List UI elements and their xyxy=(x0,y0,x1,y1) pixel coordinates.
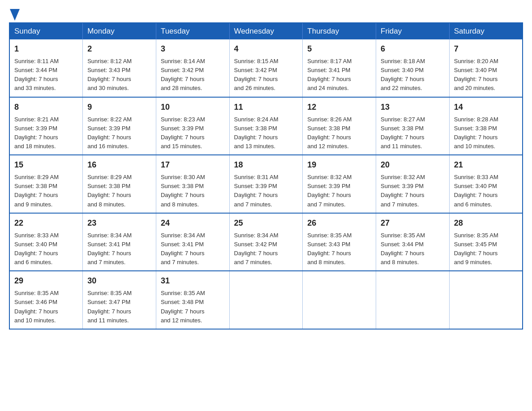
calendar-cell: 18Sunrise: 8:31 AM Sunset: 3:39 PM Dayli… xyxy=(229,155,303,213)
day-info: Sunrise: 8:22 AM Sunset: 3:39 PM Dayligh… xyxy=(87,115,151,151)
day-number: 3 xyxy=(161,43,225,55)
calendar-cell xyxy=(229,271,303,329)
day-number: 11 xyxy=(234,101,298,113)
day-info: Sunrise: 8:29 AM Sunset: 3:38 PM Dayligh… xyxy=(14,173,78,209)
calendar-week-row: 15Sunrise: 8:29 AM Sunset: 3:38 PM Dayli… xyxy=(9,155,523,213)
weekday-header-monday: Monday xyxy=(83,23,156,39)
calendar-cell: 23Sunrise: 8:34 AM Sunset: 3:41 PM Dayli… xyxy=(83,213,156,271)
calendar-cell: 12Sunrise: 8:26 AM Sunset: 3:38 PM Dayli… xyxy=(303,97,376,155)
day-number: 7 xyxy=(454,43,518,55)
day-number: 22 xyxy=(14,217,78,229)
calendar-cell: 17Sunrise: 8:30 AM Sunset: 3:38 PM Dayli… xyxy=(156,155,229,213)
weekday-header-sunday: Sunday xyxy=(9,23,83,39)
day-info: Sunrise: 8:35 AM Sunset: 3:43 PM Dayligh… xyxy=(307,231,371,267)
calendar-cell: 27Sunrise: 8:35 AM Sunset: 3:44 PM Dayli… xyxy=(376,213,450,271)
calendar-cell: 9Sunrise: 8:22 AM Sunset: 3:39 PM Daylig… xyxy=(83,97,156,155)
day-info: Sunrise: 8:35 AM Sunset: 3:46 PM Dayligh… xyxy=(14,289,78,325)
calendar-cell: 26Sunrise: 8:35 AM Sunset: 3:43 PM Dayli… xyxy=(303,213,376,271)
day-number: 6 xyxy=(381,43,445,55)
day-info: Sunrise: 8:23 AM Sunset: 3:39 PM Dayligh… xyxy=(161,115,225,151)
day-info: Sunrise: 8:34 AM Sunset: 3:41 PM Dayligh… xyxy=(161,231,225,267)
day-number: 10 xyxy=(161,101,225,113)
calendar-cell xyxy=(376,271,450,329)
calendar-cell: 19Sunrise: 8:32 AM Sunset: 3:39 PM Dayli… xyxy=(303,155,376,213)
day-number: 9 xyxy=(87,101,151,113)
weekday-header-tuesday: Tuesday xyxy=(156,23,229,39)
calendar-cell xyxy=(449,271,523,329)
day-info: Sunrise: 8:35 AM Sunset: 3:48 PM Dayligh… xyxy=(161,289,225,325)
day-number: 21 xyxy=(454,159,518,171)
calendar-cell: 1Sunrise: 8:11 AM Sunset: 3:44 PM Daylig… xyxy=(9,39,83,97)
calendar-cell xyxy=(303,271,376,329)
calendar-cell: 11Sunrise: 8:24 AM Sunset: 3:38 PM Dayli… xyxy=(229,97,303,155)
day-number: 12 xyxy=(307,101,371,113)
calendar-cell: 8Sunrise: 8:21 AM Sunset: 3:39 PM Daylig… xyxy=(9,97,83,155)
calendar-cell: 16Sunrise: 8:29 AM Sunset: 3:38 PM Dayli… xyxy=(83,155,156,213)
day-info: Sunrise: 8:27 AM Sunset: 3:38 PM Dayligh… xyxy=(381,115,445,151)
day-number: 28 xyxy=(454,217,518,229)
day-info: Sunrise: 8:12 AM Sunset: 3:43 PM Dayligh… xyxy=(87,57,151,93)
day-info: Sunrise: 8:15 AM Sunset: 3:42 PM Dayligh… xyxy=(234,57,298,93)
day-info: Sunrise: 8:26 AM Sunset: 3:38 PM Dayligh… xyxy=(307,115,371,151)
calendar-cell: 15Sunrise: 8:29 AM Sunset: 3:38 PM Dayli… xyxy=(9,155,83,213)
calendar-cell: 6Sunrise: 8:18 AM Sunset: 3:40 PM Daylig… xyxy=(376,39,450,97)
day-number: 14 xyxy=(454,101,518,113)
day-number: 26 xyxy=(307,217,371,229)
calendar-cell: 22Sunrise: 8:33 AM Sunset: 3:40 PM Dayli… xyxy=(9,213,83,271)
calendar-cell: 2Sunrise: 8:12 AM Sunset: 3:43 PM Daylig… xyxy=(83,39,156,97)
logo-arrow-icon xyxy=(10,9,20,21)
calendar-cell: 21Sunrise: 8:33 AM Sunset: 3:40 PM Dayli… xyxy=(449,155,523,213)
day-number: 23 xyxy=(87,217,151,229)
day-info: Sunrise: 8:31 AM Sunset: 3:39 PM Dayligh… xyxy=(234,173,298,209)
day-info: Sunrise: 8:30 AM Sunset: 3:38 PM Dayligh… xyxy=(161,173,225,209)
day-number: 4 xyxy=(234,43,298,55)
calendar-cell: 14Sunrise: 8:28 AM Sunset: 3:38 PM Dayli… xyxy=(449,97,523,155)
day-info: Sunrise: 8:18 AM Sunset: 3:40 PM Dayligh… xyxy=(381,57,445,93)
calendar-cell: 13Sunrise: 8:27 AM Sunset: 3:38 PM Dayli… xyxy=(376,97,450,155)
day-number: 17 xyxy=(161,159,225,171)
day-number: 16 xyxy=(87,159,151,171)
day-info: Sunrise: 8:33 AM Sunset: 3:40 PM Dayligh… xyxy=(454,173,518,209)
page-header xyxy=(9,9,523,18)
day-number: 15 xyxy=(14,159,78,171)
day-info: Sunrise: 8:32 AM Sunset: 3:39 PM Dayligh… xyxy=(381,173,445,209)
logo xyxy=(9,9,20,18)
day-number: 18 xyxy=(234,159,298,171)
calendar-cell: 29Sunrise: 8:35 AM Sunset: 3:46 PM Dayli… xyxy=(9,271,83,329)
calendar-cell: 30Sunrise: 8:35 AM Sunset: 3:47 PM Dayli… xyxy=(83,271,156,329)
day-info: Sunrise: 8:21 AM Sunset: 3:39 PM Dayligh… xyxy=(14,115,78,151)
day-number: 8 xyxy=(14,101,78,113)
calendar-cell: 31Sunrise: 8:35 AM Sunset: 3:48 PM Dayli… xyxy=(156,271,229,329)
day-number: 25 xyxy=(234,217,298,229)
day-number: 19 xyxy=(307,159,371,171)
day-info: Sunrise: 8:11 AM Sunset: 3:44 PM Dayligh… xyxy=(14,57,78,93)
calendar-table: SundayMondayTuesdayWednesdayThursdayFrid… xyxy=(9,22,523,330)
day-info: Sunrise: 8:32 AM Sunset: 3:39 PM Dayligh… xyxy=(307,173,371,209)
calendar-cell: 10Sunrise: 8:23 AM Sunset: 3:39 PM Dayli… xyxy=(156,97,229,155)
calendar-cell: 3Sunrise: 8:14 AM Sunset: 3:42 PM Daylig… xyxy=(156,39,229,97)
day-info: Sunrise: 8:35 AM Sunset: 3:44 PM Dayligh… xyxy=(381,231,445,267)
weekday-header-friday: Friday xyxy=(376,23,450,39)
day-info: Sunrise: 8:35 AM Sunset: 3:47 PM Dayligh… xyxy=(87,289,151,325)
day-number: 1 xyxy=(14,43,78,55)
day-info: Sunrise: 8:28 AM Sunset: 3:38 PM Dayligh… xyxy=(454,115,518,151)
day-info: Sunrise: 8:24 AM Sunset: 3:38 PM Dayligh… xyxy=(234,115,298,151)
calendar-cell: 7Sunrise: 8:20 AM Sunset: 3:40 PM Daylig… xyxy=(449,39,523,97)
day-info: Sunrise: 8:17 AM Sunset: 3:41 PM Dayligh… xyxy=(307,57,371,93)
calendar-cell: 20Sunrise: 8:32 AM Sunset: 3:39 PM Dayli… xyxy=(376,155,450,213)
day-number: 24 xyxy=(161,217,225,229)
weekday-header-wednesday: Wednesday xyxy=(229,23,303,39)
weekday-header-thursday: Thursday xyxy=(303,23,376,39)
calendar-week-row: 8Sunrise: 8:21 AM Sunset: 3:39 PM Daylig… xyxy=(9,97,523,155)
weekday-header-row: SundayMondayTuesdayWednesdayThursdayFrid… xyxy=(9,23,523,39)
weekday-header-saturday: Saturday xyxy=(449,23,523,39)
day-number: 31 xyxy=(161,275,225,287)
day-number: 29 xyxy=(14,275,78,287)
svg-marker-0 xyxy=(10,9,20,21)
day-info: Sunrise: 8:29 AM Sunset: 3:38 PM Dayligh… xyxy=(87,173,151,209)
day-info: Sunrise: 8:20 AM Sunset: 3:40 PM Dayligh… xyxy=(454,57,518,93)
calendar-cell: 4Sunrise: 8:15 AM Sunset: 3:42 PM Daylig… xyxy=(229,39,303,97)
calendar-cell: 5Sunrise: 8:17 AM Sunset: 3:41 PM Daylig… xyxy=(303,39,376,97)
calendar-week-row: 1Sunrise: 8:11 AM Sunset: 3:44 PM Daylig… xyxy=(9,39,523,97)
day-number: 20 xyxy=(381,159,445,171)
